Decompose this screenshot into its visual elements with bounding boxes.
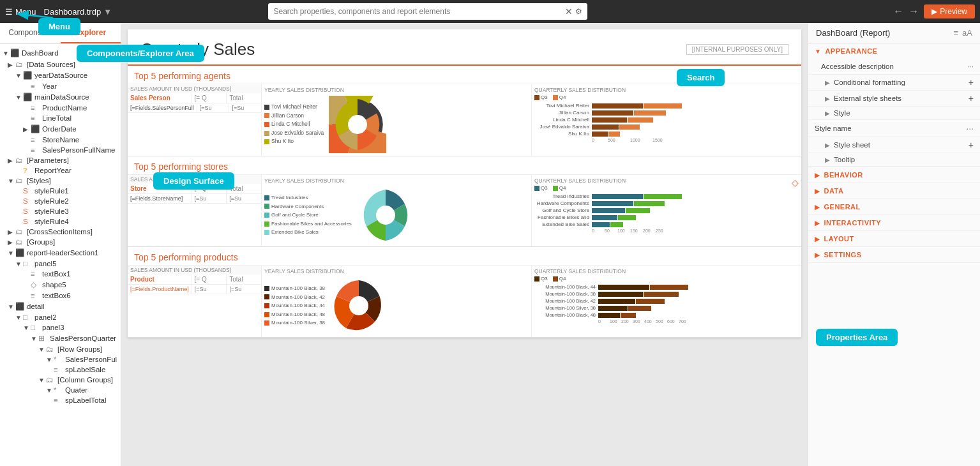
tree-item-detail[interactable]: ▼ ⬛ detail — [0, 301, 121, 312]
props-row-accessible: Accessible description ··· — [808, 59, 980, 75]
stores-col1: SALES AMOUNT IN USD (THOUSANDS) Store [=… — [128, 175, 262, 246]
search-icon[interactable]: ⚙ — [575, 7, 582, 16]
props-row-style-name: Style name ··· — [808, 120, 980, 137]
tab-explorer[interactable]: Explorer — [61, 23, 121, 43]
external-plus[interactable]: + — [969, 93, 974, 103]
tree-item-quater[interactable]: ▼ * Quater — [0, 385, 121, 395]
props-row-external-stylesheets[interactable]: ▶ External style sheets + — [808, 91, 980, 107]
right-panel-title-text: DashBoard (Report) — [816, 28, 890, 38]
design-surface[interactable]: Quarterly Sales [INTERNAL PURPOSES ONLY]… — [128, 29, 801, 338]
tree-item-crosssectionitems[interactable]: ▶ 🗂 [CrossSectionItems] — [0, 227, 121, 237]
props-group-behavior: ▶ BEHAVIOR — [808, 167, 980, 183]
props-row-tooltip[interactable]: ▶ Tooltip — [808, 153, 980, 167]
forward-icon[interactable]: → — [908, 6, 919, 17]
search-close-icon[interactable]: ✕ — [565, 6, 573, 17]
tree-item-groups[interactable]: ▶ 🗂 [Groups] — [0, 237, 121, 247]
tree-item-year[interactable]: ≡ Year — [0, 81, 121, 91]
search-bar[interactable]: ✕ ⚙ — [268, 3, 587, 20]
tree-item-salespersonfullname[interactable]: ≡ SalesPersonFullName — [0, 145, 121, 155]
tree-item-reportyear[interactable]: ? ReportYear — [0, 165, 121, 176]
tree-item-stylerule4[interactable]: S styleRule4 — [0, 216, 121, 227]
report-header: Quarterly Sales [INTERNAL PURPOSES ONLY] — [128, 29, 801, 66]
tree-item-splabeltotal[interactable]: ≡ spLabelTotal — [0, 395, 121, 405]
props-row-style-sheet[interactable]: ▶ Style sheet + — [808, 137, 980, 153]
data-header[interactable]: ▶ DATA — [808, 183, 980, 199]
tree-item-dashboard[interactable]: ▼ ⬛ DashBoard ··· — [0, 47, 121, 59]
left-tabs: Components Explorer — [0, 23, 121, 44]
tab-components[interactable]: Components — [0, 23, 61, 43]
products-col2: YEARLY SALES DISTRIBUTION Mountain-100 B… — [262, 266, 532, 337]
interactivity-header[interactable]: ▶ INTERACTIVITY — [808, 215, 980, 230]
layout-label: LAYOUT — [824, 235, 854, 243]
tree-item-styles[interactable]: ▼ 🗂 [Styles] — [0, 176, 121, 186]
tree-item-panel2[interactable]: ▼ □ panel2 — [0, 312, 121, 322]
tree-item-storename[interactable]: ≡ StoreName — [0, 135, 121, 145]
layout-header[interactable]: ▶ LAYOUT — [808, 231, 980, 246]
dropdown-icon[interactable]: ▼ — [103, 7, 112, 17]
tree-item-rowgroups[interactable]: ▼ 🗂 [Row Groups] — [0, 344, 121, 354]
section-stores-title: Top 5 performing stores — [128, 156, 801, 174]
appearance-label: APPEARANCE — [825, 47, 877, 55]
section-stores: Top 5 performing stores SALES AMOUNT IN … — [128, 156, 801, 247]
preview-button[interactable]: ▶ Preview — [924, 4, 975, 19]
products-pie-chart — [330, 277, 388, 334]
appearance-header[interactable]: ▼ APPEARANCE — [808, 43, 980, 59]
agents-col3: QUARTERLY SALES DISTRIBUTION Q3 Q4 Tovi … — [532, 84, 801, 156]
tree-item-columngroups[interactable]: ▼ 🗂 [Column Groups] — [0, 375, 121, 385]
report-badge: [INTERNAL PURPOSES ONLY] — [686, 44, 788, 55]
tree-item-datasources[interactable]: ▶ 🗂 [Data Sources] — [0, 59, 121, 70]
tree-item-linetotal[interactable]: ≡ LineTotal — [0, 113, 121, 123]
settings-header[interactable]: ▶ SETTINGS — [808, 247, 980, 262]
behavior-header[interactable]: ▶ BEHAVIOR — [808, 167, 980, 183]
accessible-dots[interactable]: ··· — [967, 62, 974, 71]
settings-label: SETTINGS — [824, 251, 862, 259]
tree-item-parameters[interactable]: ▶ 🗂 [Parameters] — [0, 155, 121, 165]
search-input[interactable] — [273, 7, 562, 16]
tree-item-textbox6[interactable]: ≡ textBox6 — [0, 290, 121, 301]
tree-item-panel3[interactable]: ▼ □ panel3 — [0, 322, 121, 333]
panel-font-icon[interactable]: aA — [962, 28, 972, 38]
tree-item-salespersonful[interactable]: ▼ * SalesPersonFul — [0, 354, 121, 365]
conditional-plus[interactable]: + — [969, 77, 974, 87]
tree-item-orderdate[interactable]: ▶ ⬛ OrderDate — [0, 123, 121, 135]
products-col1: SALES AMOUNT IN USD (THOUSANDS) Product … — [128, 266, 262, 337]
section-agents-title: Top 5 performing agents — [128, 66, 801, 84]
tree-item-yeardatasource[interactable]: ▼ ⬛ yearDataSource — [0, 70, 121, 81]
panel-list-icon[interactable]: ≡ — [954, 28, 959, 38]
svg-point-7 — [349, 296, 368, 315]
tree-item-reportheadersection1[interactable]: ▼ ⬛ reportHeaderSection1 — [0, 247, 121, 259]
tree-item-shape5[interactable]: ◇ shape5 — [0, 279, 121, 290]
props-group-interactivity: ▶ INTERACTIVITY — [808, 215, 980, 231]
tree-item-stylerule1[interactable]: S styleRule1 — [0, 186, 121, 196]
right-panel: DashBoard (Report) ≡ aA ▼ APPEARANCE Acc… — [808, 23, 980, 466]
back-icon[interactable]: ← — [893, 6, 903, 17]
section-products-title: Top 5 performing products — [128, 247, 801, 265]
section-agents: Top 5 performing agents SALES AMOUNT IN … — [128, 66, 801, 156]
menu-button[interactable]: ☰ Menu — [5, 7, 36, 17]
tree-item-stylerule2[interactable]: S styleRule2 — [0, 196, 121, 206]
properties-section: ▼ APPEARANCE Accessible description ··· … — [808, 43, 980, 466]
props-row-conditional-formatting[interactable]: ▶ Conditional formatting + — [808, 75, 980, 91]
general-header[interactable]: ▶ GENERAL — [808, 199, 980, 214]
svg-point-6 — [376, 206, 395, 225]
tree-item-panel5[interactable]: ▼ □ panel5 — [0, 259, 121, 269]
stylesheet-plus[interactable]: + — [969, 140, 974, 150]
stores-col2: YEARLY SALES DISTRIBUTION Tread Industri… — [262, 175, 532, 246]
main-area: Components Explorer ▼ ⬛ DashBoard ··· ▶ … — [0, 23, 980, 466]
tree-panel: ▼ ⬛ DashBoard ··· ▶ 🗂 [Data Sources] ▼ ⬛… — [0, 44, 121, 466]
props-group-layout: ▶ LAYOUT — [808, 231, 980, 247]
tree-item-splabelsale[interactable]: ≡ spLabelSale — [0, 365, 121, 375]
props-group-data: ▶ DATA — [808, 183, 980, 199]
general-label: GENERAL — [824, 203, 861, 211]
props-row-style[interactable]: ▶ Style — [808, 107, 980, 120]
tree-item-productname[interactable]: ≡ ProductName — [0, 103, 121, 113]
interactivity-label: INTERACTIVITY — [824, 219, 882, 227]
tree-item-maindatasource[interactable]: ▼ ⬛ mainDataSource — [0, 91, 121, 103]
tree-item-salespersonquarter[interactable]: ▼ ⊞ SalesPersonQuarter — [0, 333, 121, 344]
center-area: Quarterly Sales [INTERNAL PURPOSES ONLY]… — [121, 23, 808, 466]
style-name-dots[interactable]: ··· — [966, 123, 974, 133]
behavior-label: BEHAVIOR — [824, 171, 863, 179]
tree-item-textbox1[interactable]: ≡ textBox1 — [0, 269, 121, 279]
props-group-appearance: ▼ APPEARANCE Accessible description ··· … — [808, 43, 980, 167]
tree-item-stylerule3[interactable]: S styleRule3 — [0, 206, 121, 216]
